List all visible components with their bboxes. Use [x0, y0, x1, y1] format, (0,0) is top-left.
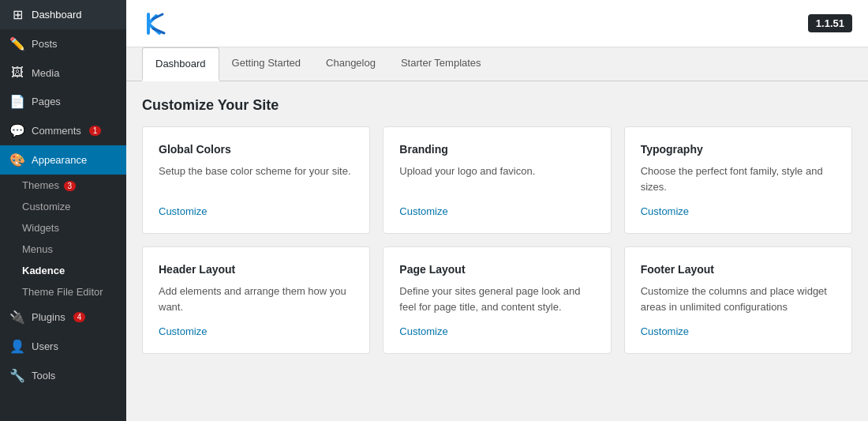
sidebar-item-customize[interactable]: Customize — [0, 196, 126, 217]
top-header: 1.1.51 — [126, 0, 868, 47]
sidebar-item-posts[interactable]: ✏️ Posts — [0, 29, 126, 58]
sidebar-item-label: Dashboard — [32, 9, 82, 21]
comments-icon: 💬 — [9, 123, 25, 138]
kadence-label: Kadence — [22, 265, 65, 276]
card-title-typography: Typography — [641, 143, 836, 156]
card-link-branding[interactable]: Customize — [399, 205, 594, 217]
card-link-global-colors[interactable]: Customize — [159, 205, 354, 217]
card-typography: Typography Choose the perfect font famil… — [624, 126, 852, 234]
sidebar: ⊞ Dashboard ✏️ Posts 🖼 Media 📄 Pages 💬 C… — [0, 0, 126, 421]
sidebar-item-label: Media — [32, 67, 59, 79]
card-footer-layout: Footer Layout Customize the columns and … — [624, 246, 852, 354]
main-area: 1.1.51 Dashboard Getting Started Changel… — [126, 0, 868, 421]
posts-icon: ✏️ — [9, 36, 25, 51]
plugins-badge: 4 — [73, 312, 86, 322]
card-link-header-layout[interactable]: Customize — [159, 325, 354, 337]
card-desc-footer-layout: Customize the columns and place widget a… — [641, 284, 836, 314]
section-title: Customize Your Site — [142, 97, 852, 114]
kadence-logo-icon — [142, 8, 174, 39]
customize-label: Customize — [22, 201, 70, 212]
dashboard-icon: ⊞ — [9, 7, 25, 22]
card-link-footer-layout[interactable]: Customize — [641, 325, 836, 337]
tab-changelog[interactable]: Changelog — [313, 47, 388, 81]
card-title-branding: Branding — [399, 143, 594, 156]
card-page-layout: Page Layout Define your sites general pa… — [383, 246, 611, 354]
card-link-page-layout[interactable]: Customize — [399, 325, 594, 337]
card-header-layout: Header Layout Add elements and arrange t… — [142, 246, 370, 354]
tab-getting-started[interactable]: Getting Started — [219, 47, 313, 81]
card-desc-page-layout: Define your sites general page look and … — [399, 284, 594, 314]
card-desc-global-colors: Setup the base color scheme for your sit… — [159, 164, 354, 194]
sidebar-item-comments[interactable]: 💬 Comments 1 — [0, 116, 126, 145]
sidebar-item-media[interactable]: 🖼 Media — [0, 58, 126, 87]
sidebar-item-theme-file-editor[interactable]: Theme File Editor — [0, 281, 126, 303]
appearance-icon: 🎨 — [9, 152, 25, 167]
themes-label: Themes — [22, 179, 59, 191]
sidebar-item-widgets[interactable]: Widgets — [0, 217, 126, 239]
content-area: Customize Your Site Global Colors Setup … — [126, 81, 868, 421]
card-link-typography[interactable]: Customize — [641, 205, 836, 217]
logo-area — [142, 8, 174, 39]
pages-icon: 📄 — [9, 94, 25, 109]
tabs-bar: Dashboard Getting Started Changelog Star… — [126, 47, 868, 81]
sidebar-item-pages[interactable]: 📄 Pages — [0, 87, 126, 116]
tab-starter-templates[interactable]: Starter Templates — [388, 47, 494, 81]
sidebar-item-label: Appearance — [32, 154, 87, 166]
sidebar-item-label: Posts — [32, 38, 58, 50]
cards-grid: Global Colors Setup the base color schem… — [142, 126, 852, 354]
card-title-global-colors: Global Colors — [159, 143, 354, 156]
sidebar-item-appearance[interactable]: 🎨 Appearance — [0, 145, 126, 175]
plugins-label: Plugins — [32, 311, 65, 323]
users-label: Users — [32, 340, 58, 352]
users-icon: 👤 — [9, 339, 25, 354]
sidebar-item-label: Comments — [32, 125, 81, 137]
card-global-colors: Global Colors Setup the base color schem… — [142, 126, 370, 234]
widgets-label: Widgets — [22, 222, 59, 234]
plugins-icon: 🔌 — [9, 310, 25, 325]
sidebar-item-kadence[interactable]: Kadence — [0, 260, 126, 281]
card-title-header-layout: Header Layout — [159, 263, 354, 276]
media-icon: 🖼 — [9, 66, 25, 80]
theme-file-editor-label: Theme File Editor — [22, 286, 103, 298]
version-badge: 1.1.51 — [808, 14, 852, 32]
sidebar-item-tools[interactable]: 🔧 Tools — [0, 361, 126, 390]
card-branding: Branding Upload your logo and favicon. C… — [383, 126, 611, 234]
tab-dashboard[interactable]: Dashboard — [142, 47, 219, 81]
card-title-footer-layout: Footer Layout — [641, 263, 836, 276]
sidebar-item-dashboard[interactable]: ⊞ Dashboard — [0, 0, 126, 29]
tools-label: Tools — [32, 370, 55, 382]
themes-badge: 3 — [64, 181, 77, 191]
card-title-page-layout: Page Layout — [399, 263, 594, 276]
sidebar-item-label: Pages — [32, 96, 61, 107]
sidebar-item-users[interactable]: 👤 Users — [0, 332, 126, 361]
card-desc-typography: Choose the perfect font family, style an… — [641, 164, 836, 194]
menus-label: Menus — [22, 243, 53, 255]
sidebar-item-menus[interactable]: Menus — [0, 239, 126, 260]
tools-icon: 🔧 — [9, 368, 25, 383]
card-desc-header-layout: Add elements and arrange them how you wa… — [159, 284, 354, 314]
sidebar-item-plugins[interactable]: 🔌 Plugins 4 — [0, 303, 126, 332]
comments-badge: 1 — [89, 126, 102, 136]
card-desc-branding: Upload your logo and favicon. — [399, 164, 594, 194]
sidebar-item-themes[interactable]: Themes 3 — [0, 175, 126, 196]
